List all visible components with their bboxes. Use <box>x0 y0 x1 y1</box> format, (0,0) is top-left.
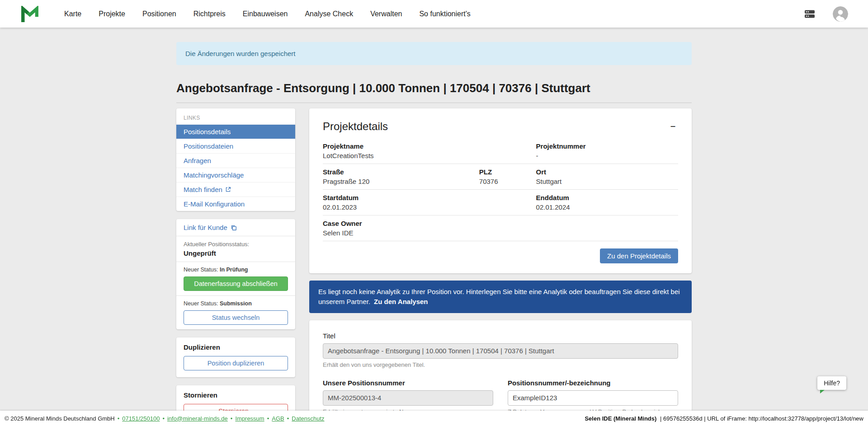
field-label: Projektnummer <box>536 142 678 150</box>
bezeichnung-input[interactable] <box>508 390 678 406</box>
server-icon[interactable] <box>803 9 816 19</box>
field-value: LotCreationTests <box>323 152 479 159</box>
current-status-label: Aktueller Positionsstatus: <box>184 241 288 248</box>
duplicate-heading: Duplizieren <box>184 343 288 351</box>
navbar-right <box>803 6 848 22</box>
duplicate-card: Duplizieren Position duplizieren <box>176 337 295 377</box>
analytics-banner: Es liegt noch keine Analytik zu Ihrer Po… <box>309 281 692 313</box>
complete-data-entry-button[interactable]: Datenerfassung abschließen <box>184 276 288 291</box>
footer-link-impressum[interactable]: Impressum <box>235 415 264 422</box>
main-nav: Karte Projekte Positionen Richtpreis Ein… <box>58 6 803 22</box>
collapse-icon[interactable]: – <box>668 120 678 131</box>
positionsnummer-label: Unsere Positionsnummer <box>323 379 493 387</box>
titel-help: Erhält den von uns vorgegebenen Titel. <box>323 361 678 368</box>
analytics-banner-text: Es liegt noch keine Analytik zu Ihrer Po… <box>318 288 680 305</box>
field-label: Startdatum <box>323 194 479 201</box>
project-row: Case Owner Selen IDE <box>323 215 678 241</box>
nav-item-karte[interactable]: Karte <box>58 6 88 22</box>
bezeichnung-label: Positionsnummer/-bezeichnung <box>508 379 678 387</box>
nav-item-verwalten[interactable]: Verwalten <box>364 6 408 22</box>
footer-left: © 2025 Mineral Minds Deutschland GmbH • … <box>5 415 325 422</box>
external-link-icon <box>225 187 231 192</box>
sidebar-item-email-konfiguration[interactable]: E-Mail Konfiguration <box>176 197 295 211</box>
field-enddatum: Enddatum 02.01.2024 <box>536 194 678 211</box>
sidebar-item-match-finden[interactable]: Match finden <box>176 182 295 197</box>
project-row: Startdatum 02.01.2023 Enddatum 02.01.202… <box>323 190 678 215</box>
analytics-banner-link[interactable]: Zu den Analysen <box>374 298 428 305</box>
sidebar-item-positionsdetails[interactable]: Positionsdetails <box>176 124 295 139</box>
sidebar-item-positionsdateien[interactable]: Positionsdateien <box>176 139 295 153</box>
sidebar-item-label: E-Mail Konfiguration <box>184 200 245 208</box>
cancel-heading: Stornieren <box>184 391 288 399</box>
footer-separator: • <box>162 415 165 422</box>
brand-m-icon <box>21 6 39 22</box>
sidebar-item-label: Positionsdetails <box>184 128 231 136</box>
field-ort: Ort Stuttgart <box>536 168 678 185</box>
field-value: 02.01.2024 <box>536 203 678 211</box>
sidebar-item-label: Positionsdateien <box>184 142 233 150</box>
field-value: 70376 <box>479 178 536 185</box>
footer-separator: • <box>287 415 289 422</box>
saved-alert: Die Änderungen wurden gespeichert <box>176 42 692 65</box>
footer-separator: • <box>231 415 233 422</box>
page-content: Die Änderungen wurden gespeichert Angebo… <box>0 42 868 426</box>
nav-item-positionen[interactable]: Positionen <box>136 6 183 22</box>
project-details-title: Projektdetails <box>323 120 388 133</box>
field-label: Enddatum <box>536 194 678 201</box>
saved-alert-text: Die Änderungen wurden gespeichert <box>185 50 296 57</box>
titel-input <box>323 343 678 359</box>
field-value: 02.01.2023 <box>323 203 479 211</box>
change-status-button[interactable]: Status wechseln <box>184 310 288 325</box>
nav-item-richtpreis[interactable]: Richtpreis <box>187 6 232 22</box>
brand-logo[interactable] <box>21 6 39 22</box>
links-card: LINKS Positionsdetails Positionsdateien … <box>176 108 295 211</box>
status-card: Link für Kunde Aktueller Positionsstatus… <box>176 219 295 329</box>
avatar[interactable] <box>833 6 848 22</box>
sidebar-item-anfragen[interactable]: Anfragen <box>176 153 295 168</box>
field-label: Projektname <box>323 142 479 150</box>
field-label: Straße <box>323 168 479 176</box>
duplicate-position-button[interactable]: Position duplizieren <box>184 356 288 370</box>
new-status-2-label: Neuer Status: <box>184 300 218 307</box>
top-navbar: Karte Projekte Positionen Richtpreis Ein… <box>0 0 868 28</box>
help-button[interactable]: Hilfe? <box>817 376 846 390</box>
links-header: LINKS <box>176 111 295 124</box>
field-startdatum: Startdatum 02.01.2023 <box>323 194 479 211</box>
field-label: PLZ <box>479 168 536 176</box>
sidebar: LINKS Positionsdetails Positionsdateien … <box>176 108 295 426</box>
field-value: Stuttgart <box>536 178 678 185</box>
project-details-button[interactable]: Zu den Projektdetails <box>600 248 678 263</box>
page-title: Angebotsanfrage - Entsorgung | 10.000 To… <box>176 81 692 103</box>
field-strasse: Straße Pragstraße 120 <box>323 168 479 185</box>
sidebar-item-label: Match finden <box>184 186 222 193</box>
field-projektname: Projektname LotCreationTests <box>323 142 479 159</box>
footer-link-phone[interactable]: 07151/250100 <box>122 415 160 422</box>
footer-link-datenschutz[interactable]: Datenschutz <box>292 415 324 422</box>
project-details-card: Projektdetails – Projektname LotCreation… <box>309 108 692 273</box>
customer-link[interactable]: Link für Kunde <box>184 224 288 231</box>
sidebar-item-label: Anfragen <box>184 157 211 164</box>
sidebar-item-matchingvorschlaege[interactable]: Matchingvorschläge <box>176 168 295 182</box>
nav-item-so-funktionierts[interactable]: So funktioniert's <box>413 6 476 22</box>
nav-item-analyse-check[interactable]: Analyse Check <box>298 6 359 22</box>
new-status-1: Neuer Status: In Prüfung <box>184 267 288 273</box>
field-case-owner: Case Owner Selen IDE <box>323 220 479 237</box>
new-status-2-value: Submission <box>220 300 252 307</box>
field-value: - <box>536 152 678 159</box>
nav-item-projekte[interactable]: Projekte <box>92 6 132 22</box>
field-label: Ort <box>536 168 678 176</box>
sidebar-item-label: Matchingvorschläge <box>184 171 244 179</box>
footer-separator: • <box>118 415 120 422</box>
nav-item-einbauweisen[interactable]: Einbauweisen <box>236 6 294 22</box>
positionsnummer-input <box>323 390 493 406</box>
footer-separator: • <box>267 415 269 422</box>
footer-link-agb[interactable]: AGB <box>272 415 284 422</box>
new-status-1-value: In Prüfung <box>220 267 248 273</box>
new-status-2: Neuer Status: Submission <box>184 300 288 307</box>
footer: © 2025 Mineral Minds Deutschland GmbH • … <box>0 411 868 426</box>
new-status-1-label: Neuer Status: <box>184 267 218 273</box>
footer-user: Selen IDE (Mineral Minds) <box>585 415 656 422</box>
field-value: Selen IDE <box>323 229 479 237</box>
footer-link-email[interactable]: info@mineral-minds.de <box>167 415 228 422</box>
titel-label: Titel <box>323 332 678 340</box>
